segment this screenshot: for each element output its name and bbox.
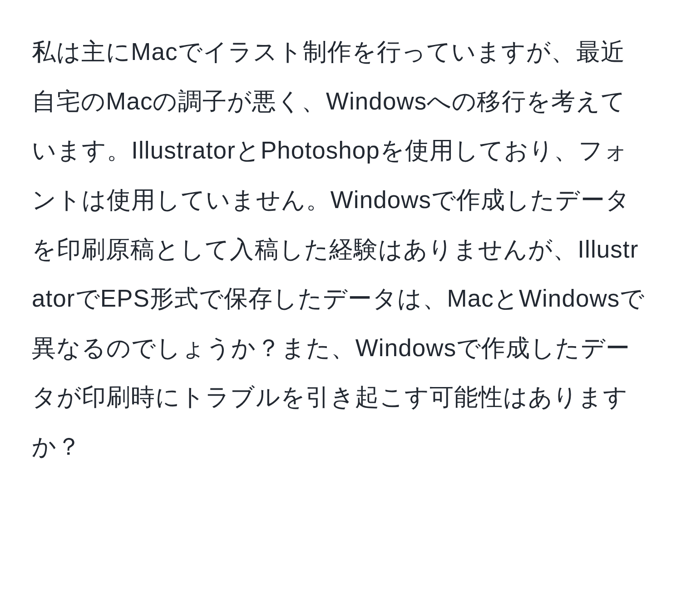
- document-paragraph: 私は主にMacでイラスト制作を行っていますが、最近自宅のMacの調子が悪く、Wi…: [32, 27, 649, 472]
